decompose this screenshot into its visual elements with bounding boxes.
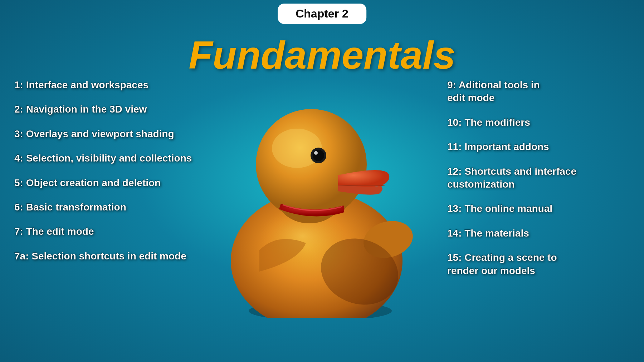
right-list-item-5: 13: The online manual bbox=[447, 202, 633, 215]
right-list: 9: Aditional tools in edit mode10: The m… bbox=[447, 79, 633, 289]
chapter-badge: Chapter 2 bbox=[278, 4, 366, 24]
left-list-item-1: 1: Interface and workspaces bbox=[14, 79, 222, 91]
svg-point-9 bbox=[314, 151, 318, 155]
duck-illustration bbox=[206, 61, 438, 318]
left-list-item-5: 5: Object creation and deletion bbox=[14, 177, 222, 189]
left-list-item-2: 2: Navigation in the 3D view bbox=[14, 103, 222, 116]
right-list-item-7: 15: Creating a scene to render our model… bbox=[447, 251, 633, 277]
left-list-item-4: 4: Selection, visibility and collections bbox=[14, 152, 222, 165]
right-list-item-2: 10: The modifiers bbox=[447, 116, 633, 129]
svg-point-8 bbox=[313, 150, 324, 161]
left-list-item-8: 7a: Selection shortcuts in edit mode bbox=[14, 250, 222, 263]
left-list-item-3: 3: Overlays and viewport shading bbox=[14, 128, 222, 140]
right-list-item-1: 9: Aditional tools in edit mode bbox=[447, 79, 633, 105]
right-list-item-6: 14: The materials bbox=[447, 227, 633, 240]
main-title: Fundamentals bbox=[189, 32, 455, 78]
left-list-item-7: 7: The edit mode bbox=[14, 225, 222, 238]
left-list: 1: Interface and workspaces2: Navigation… bbox=[14, 79, 222, 274]
right-list-item-3: 11: Important addons bbox=[447, 140, 633, 153]
left-list-item-6: 6: Basic transformation bbox=[14, 201, 222, 214]
right-list-item-4: 12: Shortcuts and interface customizatio… bbox=[447, 165, 633, 191]
